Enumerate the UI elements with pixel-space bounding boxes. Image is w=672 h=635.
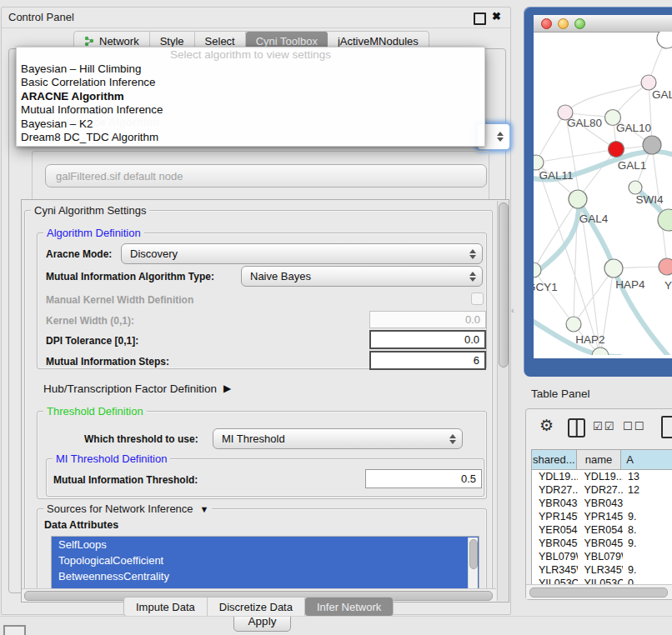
- table-horizontal-scrollbar[interactable]: [526, 584, 672, 599]
- tab-label: Select: [205, 35, 235, 48]
- algorithm-option[interactable]: ARACNE Algorithm: [17, 90, 484, 103]
- deselect-all-checkboxes-icon[interactable]: ☐☐: [623, 420, 645, 432]
- mi-steps-field[interactable]: 6: [369, 351, 486, 370]
- algorithm-option[interactable]: Mutual Information Inference: [17, 103, 484, 117]
- collapsed-triangle-icon: ▶: [223, 382, 231, 394]
- network-node[interactable]: [566, 317, 581, 332]
- table-cell: 13: [623, 470, 672, 483]
- table-row[interactable]: YDL19...YDL19...13: [532, 470, 672, 483]
- network-edge[interactable]: [536, 149, 616, 162]
- group-title: Algorithm Definition: [43, 227, 144, 239]
- tab-impute-data[interactable]: Impute Data: [124, 598, 208, 616]
- network-node[interactable]: [534, 262, 541, 278]
- network-edge[interactable]: [574, 268, 614, 324]
- close-traffic-light[interactable]: [541, 18, 552, 29]
- network-node[interactable]: [604, 259, 623, 278]
- minimize-traffic-light[interactable]: [558, 18, 569, 29]
- combobox-value: Naive Bayes: [250, 270, 311, 282]
- column-header[interactable]: A: [621, 450, 672, 469]
- network-node[interactable]: [657, 32, 672, 48]
- hub-tf-definition-toggle[interactable]: Hub/Transcription Factor Definition ▶: [43, 381, 231, 396]
- manual-kernel-width-label: Manual Kernel Width Definition: [46, 294, 193, 306]
- gear-icon[interactable]: ⚙: [539, 416, 554, 435]
- network-edge[interactable]: [565, 82, 649, 112]
- new-table-icon[interactable]: [661, 416, 672, 438]
- algorithm-option[interactable]: Bayesian – Hill Climbing: [17, 62, 484, 76]
- tab-discretize-data[interactable]: Discretize Data: [208, 598, 305, 616]
- table-row[interactable]: YBL079WYBL079W: [532, 550, 672, 563]
- table-cell: YBL079W: [578, 550, 624, 563]
- column-header[interactable]: shared...: [532, 450, 577, 469]
- scrollbar-thumb[interactable]: [469, 539, 478, 569]
- which-threshold-combobox[interactable]: MI Threshold: [213, 428, 463, 449]
- network-node[interactable]: [643, 136, 661, 154]
- network-window-titlebar[interactable]: [534, 15, 672, 32]
- stepper-arrows-icon: [469, 249, 476, 259]
- mi-threshold-field[interactable]: 0.5: [365, 469, 482, 488]
- kernel-width-label: Kernel Width (0,1):: [46, 315, 134, 327]
- table-cell: YER054C: [578, 523, 624, 537]
- aracne-mode-combobox[interactable]: Discovery: [121, 243, 483, 264]
- status-bar-divider: [0, 616, 672, 617]
- control-panel-title: Control Panel: [8, 11, 74, 23]
- network-view-window[interactable]: GALGAL80GAL10GAL1GAL11SWI4GAL4HAP4YGCY1H…: [524, 7, 672, 377]
- algorithm-definition-group: Algorithm Definition Aracne Mode: Discov…: [37, 232, 487, 369]
- table-cell: 9.: [623, 563, 672, 577]
- table-data-combobox[interactable]: galFiltered.sif default node: [45, 164, 487, 188]
- table-cell: YPR145W: [532, 510, 578, 523]
- table-row[interactable]: YER054CYER054C8.: [532, 523, 672, 537]
- split-columns-icon[interactable]: [568, 418, 585, 438]
- zoom-traffic-light[interactable]: [574, 18, 585, 29]
- select-all-checkboxes-icon[interactable]: ☑☑: [593, 420, 615, 432]
- cyni-bottom-tab-bar: Impute Data Discretize Data Infer Networ…: [123, 597, 394, 617]
- network-node[interactable]: [569, 190, 587, 208]
- network-node[interactable]: [659, 258, 672, 275]
- table-row[interactable]: YLR345WYLR345W9.: [532, 563, 672, 577]
- network-view-inner: GALGAL80GAL10GAL1GAL11SWI4GAL4HAP4YGCY1H…: [534, 15, 672, 358]
- network-node[interactable]: [629, 181, 642, 194]
- table-cell: YDL19...: [532, 470, 578, 483]
- table-cell: YBR043C: [578, 497, 624, 510]
- table-cell: 0.: [623, 577, 672, 584]
- network-edge[interactable]: [534, 270, 574, 324]
- close-icon[interactable]: ✖: [492, 10, 501, 22]
- table-row[interactable]: YBR043CYBR043C: [532, 497, 672, 510]
- scrollbar-thumb[interactable]: [499, 202, 509, 368]
- manual-kernel-width-checkbox[interactable]: [471, 292, 484, 305]
- split-pane-handle[interactable]: ‹: [511, 305, 514, 315]
- column-header[interactable]: name: [577, 450, 622, 469]
- mi-algorithm-type-combobox[interactable]: Naive Bayes: [241, 266, 483, 287]
- table-cell: YBR045C: [532, 537, 578, 550]
- dpi-tolerance-field[interactable]: 0.0: [369, 330, 486, 349]
- algorithm-option[interactable]: Basic Correlation Inference: [17, 76, 484, 89]
- table-row[interactable]: YIL053CYIL053C0.: [532, 577, 672, 584]
- algorithm-option[interactable]: Bayesian – K2: [17, 118, 484, 131]
- attribute-list-item[interactable]: BetweennessCentrality: [52, 568, 479, 584]
- scrollbar-thumb[interactable]: [529, 588, 668, 598]
- network-edge-thick[interactable]: [578, 199, 614, 268]
- kernel-width-field[interactable]: 0.0: [369, 311, 486, 328]
- group-title: Threshold Definition: [43, 405, 147, 418]
- network-canvas[interactable]: GALGAL80GAL10GAL1GAL11SWI4GAL4HAP4YGCY1H…: [534, 32, 672, 355]
- control-panel-window: Control Panel ✖ Network Style Select Cyn…: [1, 7, 511, 615]
- control-panel-titlebar[interactable]: Control Panel ✖: [2, 8, 510, 28]
- tab-infer-network[interactable]: Infer Network: [305, 598, 393, 616]
- expanded-triangle-icon[interactable]: ▼: [200, 504, 209, 514]
- network-edge[interactable]: [536, 112, 565, 162]
- float-window-icon[interactable]: [474, 12, 486, 25]
- network-node[interactable]: [534, 155, 544, 170]
- table-row[interactable]: YPR145WYPR145W9.: [532, 510, 672, 523]
- table-row[interactable]: YDR27...YDR27...12: [532, 483, 672, 497]
- minimized-panel-icon[interactable]: [3, 625, 26, 635]
- mi-threshold-definition-group: MI Threshold Definition Mutual Informati…: [46, 458, 484, 497]
- app-screen: Control Panel ✖ Network Style Select Cyn…: [0, 0, 672, 635]
- table-cell: 12: [623, 483, 672, 497]
- mi-algorithm-type-label: Mutual Information Algorithm Type:: [46, 271, 214, 282]
- table-row[interactable]: YBR045CYBR045C9.: [532, 537, 672, 550]
- attribute-list-item[interactable]: TopologicalCoefficient: [52, 552, 479, 568]
- vertical-scrollbar[interactable]: [497, 201, 509, 601]
- table-cell: [623, 550, 672, 563]
- algorithm-option[interactable]: Dream8 DC_TDC Algorithm: [17, 131, 484, 144]
- attribute-list-item[interactable]: SelfLoops: [52, 537, 479, 552]
- network-node[interactable]: [609, 142, 624, 158]
